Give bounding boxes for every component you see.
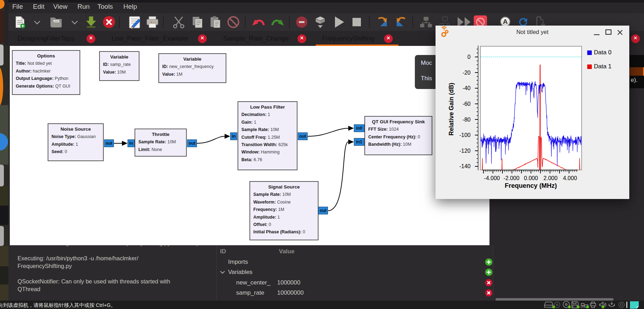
svg-text:A: A: [503, 18, 508, 25]
